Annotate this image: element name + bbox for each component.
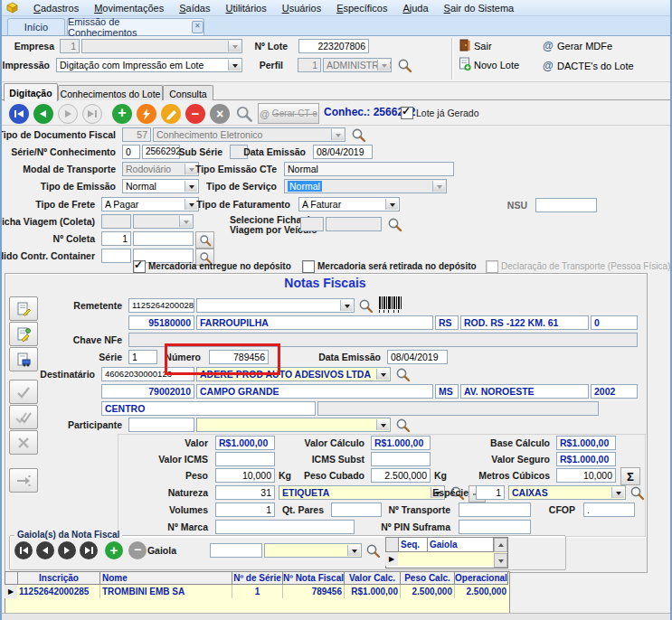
natureza-num-field[interactable]: 31	[215, 485, 275, 500]
participante-search-icon[interactable]	[395, 418, 411, 433]
valor-calculo-field[interactable]: R$1.000,00	[371, 436, 431, 450]
icms-subst-field[interactable]	[371, 452, 431, 466]
tipo-frete-combo[interactable]: A Pagar	[101, 197, 199, 211]
grid-cell-n-nota-fiscal[interactable]: 789456	[282, 585, 344, 598]
coleta-search-button[interactable]	[195, 231, 214, 249]
grid-header-valor-calc[interactable]: Valor Calc.	[344, 571, 400, 585]
grid-header-n-serie[interactable]: Nº de Série	[232, 571, 282, 585]
ficha-veiculo-search-icon[interactable]	[387, 217, 402, 232]
gaiola-num-field[interactable]	[210, 543, 262, 558]
tipo-documento-num-field[interactable]: 57	[122, 127, 151, 142]
mercadoria-retirada-checkbox[interactable]	[302, 260, 315, 273]
nf-serie-field[interactable]: 1	[128, 350, 157, 364]
tab-consulta[interactable]: Consulta	[163, 85, 213, 101]
serie-field[interactable]: 0	[122, 145, 140, 159]
lote-ja-gerado-checkbox[interactable]	[401, 107, 413, 119]
volumes-field[interactable]: 1	[215, 503, 275, 517]
grid-cell-peso-calc[interactable]: 2.500,000	[400, 585, 454, 598]
nf-data-emissao-field[interactable]: 08/04/2019	[387, 350, 448, 364]
nsu-field[interactable]	[535, 198, 597, 212]
lote-field[interactable]: 223207806	[298, 39, 369, 53]
gaiola-previous-button[interactable]	[36, 541, 54, 559]
grid-header-nome[interactable]: Nome	[99, 571, 232, 585]
chevron-down-icon[interactable]	[331, 129, 344, 140]
natureza-combo[interactable]: ETIQUETA	[279, 485, 445, 500]
tab-inicio[interactable]: Início	[7, 18, 65, 35]
grid-header-peso-calc[interactable]: Peso Calc.	[400, 571, 454, 585]
especie-num-field[interactable]: 1	[476, 485, 505, 500]
ficha-viagem-combo[interactable]	[133, 214, 194, 229]
grid-header-n-nota-fiscal[interactable]: Nº Nota Fiscal	[282, 571, 344, 585]
first-record-button[interactable]	[9, 104, 29, 124]
chevron-down-icon[interactable]	[179, 216, 192, 227]
marca-field[interactable]	[215, 520, 355, 534]
menu-saidas[interactable]: Saídas	[179, 3, 210, 14]
valor-seguro-field[interactable]: R$1.000,00	[556, 452, 616, 466]
valor-icms-field[interactable]	[215, 452, 275, 466]
gerar-cte-button[interactable]: @ Gerar CT-e	[258, 103, 319, 124]
menu-especificos[interactable]: Específicos	[336, 3, 387, 14]
confirmar-nota-button[interactable]	[9, 380, 38, 404]
gaiola-first-button[interactable]	[14, 541, 33, 559]
pin-suframa-field[interactable]	[459, 520, 531, 534]
cancelar-nota-button[interactable]	[9, 430, 38, 455]
data-emissao-field[interactable]: 08/04/2019	[313, 145, 373, 159]
remetente-combo[interactable]	[196, 298, 355, 313]
gaiola-add-button[interactable]: +	[105, 541, 123, 559]
tab-conhecimentos-do-lote[interactable]: Conhecimentos do Lote	[58, 85, 163, 101]
peso-cubado-field[interactable]: 2.500,000	[371, 468, 431, 483]
quick-action-button[interactable]	[137, 104, 156, 124]
grid-cell-operacional[interactable]: 2.500,000	[454, 585, 508, 598]
chevron-down-icon[interactable]	[228, 41, 241, 52]
chevron-down-icon[interactable]	[432, 181, 445, 192]
valor-field[interactable]: R$1.000,00	[215, 436, 275, 450]
especie-search-icon[interactable]	[629, 485, 645, 501]
edit-record-button[interactable]	[161, 104, 181, 124]
cfop-field[interactable]: .	[583, 503, 635, 517]
modal-transporte-combo[interactable]: Rodoviário	[122, 162, 199, 176]
destinatario-combo[interactable]: ADERE PROD AUTO ADESIVOS LTDA	[196, 367, 391, 381]
chevron-down-icon[interactable]	[376, 369, 389, 380]
numero-conhecimento-field[interactable]: 2566292	[142, 145, 180, 159]
gaiola-next-button[interactable]	[58, 541, 76, 559]
tipo-documento-search-icon[interactable]	[351, 127, 366, 143]
editar-nota-button[interactable]	[9, 322, 38, 346]
especie-combo[interactable]: CAIXAS	[508, 485, 626, 500]
gaiola-grid-empty-row[interactable]	[398, 552, 506, 566]
menu-usuarios[interactable]: Usuários	[282, 3, 321, 14]
empresa-combo[interactable]	[81, 39, 242, 53]
chevron-down-icon[interactable]	[347, 545, 360, 556]
grid-cell-nome[interactable]: TROMBINI EMB SA	[99, 585, 232, 598]
ficha-veiculo-field[interactable]	[326, 217, 382, 231]
grid-cell-valor-calc[interactable]: R$1.000,00	[344, 585, 400, 598]
gaiola-search-icon[interactable]	[365, 543, 381, 559]
perfil-search-icon[interactable]	[397, 58, 412, 73]
base-calculo-field[interactable]: R$1.000,00	[556, 436, 616, 450]
gaiola-combo[interactable]	[264, 543, 362, 558]
previous-record-button[interactable]	[33, 104, 53, 124]
novo-lote-icon[interactable]	[459, 57, 471, 71]
tipo-faturamento-combo[interactable]: A Faturar	[298, 197, 400, 211]
participante-combo[interactable]	[196, 418, 391, 432]
coleta-num-field[interactable]: 1	[101, 231, 131, 246]
declaracao-transporte-checkbox[interactable]	[486, 260, 498, 273]
menu-utilitarios[interactable]: Utilitários	[225, 3, 266, 14]
destinatario-inscricao-field[interactable]: 46062030000123	[101, 367, 194, 381]
remetente-search-icon[interactable]	[358, 298, 374, 314]
sum-button[interactable]: Σ	[620, 467, 640, 485]
ficha-veiculo-num-field[interactable]	[300, 217, 324, 231]
perfil-number-field[interactable]: 1	[298, 58, 321, 72]
door-exit-icon[interactable]	[459, 39, 470, 52]
menu-sair-do-sistema[interactable]: Sair do Sistema	[444, 3, 515, 14]
search-record-icon[interactable]	[235, 105, 253, 123]
gaiola-last-button[interactable]	[80, 541, 98, 559]
gaiola-scroll-up-button[interactable]	[494, 538, 507, 552]
remetente-inscricao-field[interactable]: 11252642000285	[128, 298, 194, 313]
grid-cell-n-serie[interactable]: 1	[232, 585, 282, 598]
cancel-record-button[interactable]: ×	[210, 104, 230, 124]
chevron-down-icon[interactable]	[228, 60, 241, 70]
chave-nfe-field[interactable]	[128, 333, 638, 347]
dacte-do-lote-button[interactable]: DACTE's do Lote	[557, 61, 634, 71]
barcode-icon[interactable]	[379, 296, 404, 313]
tipo-servico-combo[interactable]: Normal	[284, 179, 447, 193]
